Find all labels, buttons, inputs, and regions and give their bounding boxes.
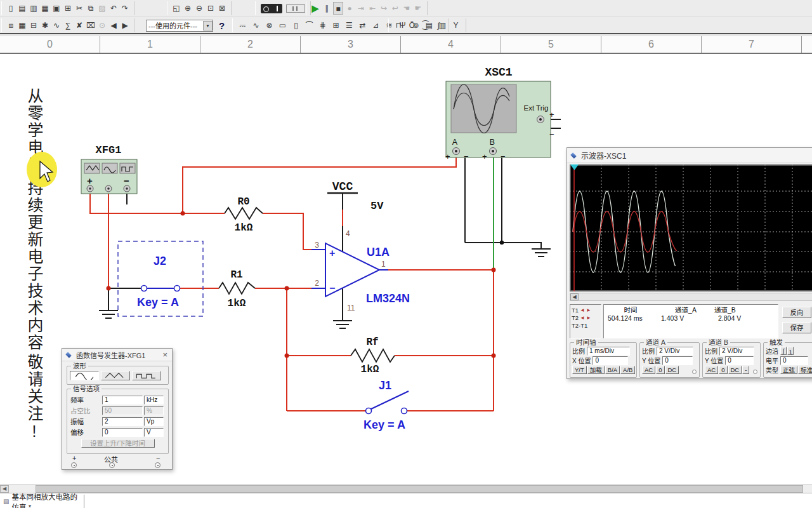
step-out-icon[interactable]: ⇤ <box>367 2 377 15</box>
step-over-icon[interactable]: ↪ <box>379 2 389 15</box>
component-wizard-icon[interactable]: ✱ <box>40 19 50 32</box>
trigger-type-button[interactable]: 正弦 <box>780 366 797 374</box>
channel-b-y-field[interactable]: 0 <box>725 356 754 365</box>
open-sample-icon[interactable]: ▥ <box>29 2 39 15</box>
bode-plotter-icon[interactable]: ⌒ <box>303 19 315 32</box>
agilent-oscilloscope-icon[interactable]: Y <box>450 19 462 32</box>
record-icon[interactable]: ● <box>344 2 355 15</box>
probe-hand-left-icon[interactable]: ☚ <box>402 2 412 15</box>
spreadsheet-view-icon[interactable]: ▦ <box>17 19 27 32</box>
oscilloscope-icon[interactable]: ▭ <box>277 19 289 32</box>
sheet-tab[interactable]: ▤ 基本同相放大电路的仿真 * <box>1 495 84 508</box>
frequency-counter-icon[interactable]: ⋕ <box>317 19 329 32</box>
channel-b-coupling-button[interactable]: DC <box>728 366 742 374</box>
row-unit-field[interactable]: V <box>144 428 164 437</box>
dropdown-arrow-icon[interactable]: ▼ <box>203 21 213 30</box>
xsc1-component[interactable] <box>446 81 551 157</box>
timebase-x-field[interactable]: 0 <box>593 356 628 365</box>
channel-b-scale-field[interactable]: 2 V/Div <box>719 347 754 356</box>
timebase-scale-field[interactable]: 1 ms/Div <box>587 347 630 356</box>
function-generator-dialog[interactable]: 函数信号发生器-XFG1 × 波形 信号选项 频率 1 kHz 占空比 50 % <box>62 348 173 470</box>
logic-analyzer-icon[interactable]: ☰ <box>343 19 355 32</box>
stop-simulation-icon[interactable]: ■ <box>333 2 343 15</box>
step-into-icon[interactable]: ⇥ <box>356 2 366 15</box>
channel-b-coupling-button[interactable]: 0 <box>719 366 727 374</box>
database-manager-icon[interactable]: ⊟ <box>29 19 39 32</box>
save-icon[interactable]: ▦ <box>40 2 50 15</box>
erc-check-icon[interactable]: ✘ <box>74 19 84 32</box>
scope-screen[interactable] <box>570 164 812 291</box>
zoom-area-icon[interactable]: ⊡ <box>206 2 216 15</box>
timebase-mode-button[interactable]: Y/T <box>572 366 587 374</box>
channel-a-radio[interactable] <box>692 370 697 374</box>
four-channel-scope-icon[interactable]: ▯ <box>290 19 302 32</box>
horizontal-scrollbar[interactable]: ◀ <box>0 484 812 493</box>
row-unit-field[interactable]: kHz <box>144 396 164 404</box>
capture-area-icon[interactable]: ⌧ <box>86 19 96 32</box>
scope-titlebar[interactable]: 示波器-XSC1 <box>567 148 812 163</box>
save-button[interactable]: 保存 <box>782 322 811 333</box>
print-icon[interactable]: ▣ <box>51 2 62 15</box>
forward-annotate-icon[interactable]: ▶ <box>120 19 130 32</box>
hscroll-left-icon[interactable]: ◀ <box>0 485 9 493</box>
square-wave-button[interactable] <box>132 371 161 380</box>
fgen-common-terminal[interactable] <box>109 462 115 468</box>
zoom-fit-icon[interactable]: ⊠ <box>217 2 227 15</box>
oscilloscope-window[interactable]: 示波器-XSC1 ◀ T1 ◄ ► T2 ◄ ► T2-T1 时间通道_A通道_… <box>566 147 812 379</box>
zoom-in-icon[interactable]: ⊕ <box>183 2 193 15</box>
channel-a-scale-field[interactable]: 2 V/Div <box>657 347 693 356</box>
redo-icon[interactable]: ↷ <box>120 2 130 15</box>
row-value-field[interactable]: 1 <box>102 396 143 404</box>
fgen-plus-terminal[interactable] <box>71 462 77 468</box>
reverse-button[interactable]: 反向 <box>782 307 811 318</box>
row-unit-field[interactable]: Vp <box>144 417 164 426</box>
t2-left-arrow[interactable]: ◄ <box>580 315 585 321</box>
iv-analyzer-icon[interactable]: ⊿ <box>370 19 382 32</box>
zoom-out-icon[interactable]: ⊖ <box>194 2 204 15</box>
postprocessor-icon[interactable]: ∑ <box>63 19 73 32</box>
run-simulation-icon[interactable]: ▶ <box>310 2 320 15</box>
word-generator-icon[interactable]: ⊞ <box>330 19 342 32</box>
multimeter-icon[interactable]: ⎓ <box>237 19 249 32</box>
current-probe-icon[interactable]: Ö <box>406 19 418 32</box>
copy-icon[interactable]: ⧉ <box>86 2 96 15</box>
labview-instrument-icon[interactable]: ⁐ <box>419 19 431 32</box>
trigger-edge-button[interactable]: ʅ <box>787 347 794 355</box>
cut-icon[interactable]: ✂ <box>74 2 84 15</box>
trigger-edge-button[interactable]: ʃ <box>780 347 787 355</box>
timebase-mode-button[interactable]: 加载 <box>587 366 605 374</box>
fgen-close-button[interactable]: × <box>161 351 169 359</box>
fgen-minus-terminal[interactable] <box>155 462 160 468</box>
help-button[interactable]: ? <box>215 20 228 31</box>
transient-analysis-icon[interactable]: ∫ <box>433 19 445 32</box>
paste-icon[interactable]: ▨ <box>97 2 107 15</box>
timebase-mode-button[interactable]: A/B <box>620 366 635 374</box>
probe-hand-right-icon[interactable]: ☛ <box>413 2 423 15</box>
in-use-list-dropdown[interactable]: ---使用的元件--- ▼ <box>146 20 213 32</box>
channel-b-coupling-button[interactable]: AC <box>705 366 718 374</box>
row-value-field[interactable]: 50 <box>102 406 143 415</box>
t2-right-arrow[interactable]: ► <box>586 315 591 321</box>
row-unit-field[interactable]: % <box>144 406 164 415</box>
pause-switch-icon[interactable] <box>286 4 305 13</box>
channel-a-y-field[interactable]: 0 <box>662 356 693 365</box>
print-preview-icon[interactable]: ⊞ <box>63 2 73 15</box>
channel-b-radio[interactable] <box>753 370 757 374</box>
scope-scroll-left-icon[interactable]: ◀ <box>570 293 579 300</box>
logic-converter-icon[interactable]: ⇄ <box>357 19 369 32</box>
undo-icon[interactable]: ↶ <box>108 2 119 15</box>
t1-right-arrow[interactable]: ► <box>586 307 591 313</box>
wattmeter-icon[interactable]: ⊗ <box>263 19 275 32</box>
channel-b-coupling-button[interactable]: - <box>742 366 749 374</box>
fgen-titlebar[interactable]: 函数信号发生器-XFG1 × <box>62 349 172 361</box>
channel-a-coupling-button[interactable]: DC <box>665 366 679 374</box>
function-generator-icon[interactable]: ∿ <box>250 19 262 32</box>
channel-a-coupling-button[interactable]: 0 <box>656 366 664 374</box>
t1-left-arrow[interactable]: ◄ <box>580 307 585 313</box>
row-value-field[interactable]: 2 <box>102 417 143 426</box>
triangle-wave-button[interactable] <box>101 371 130 380</box>
step-back-icon[interactable]: ↩ <box>390 2 400 15</box>
open-file-icon[interactable]: ▤ <box>17 2 27 15</box>
graphs-icon[interactable]: ∿ <box>51 19 62 32</box>
fullscreen-icon[interactable]: ◱ <box>171 2 181 15</box>
